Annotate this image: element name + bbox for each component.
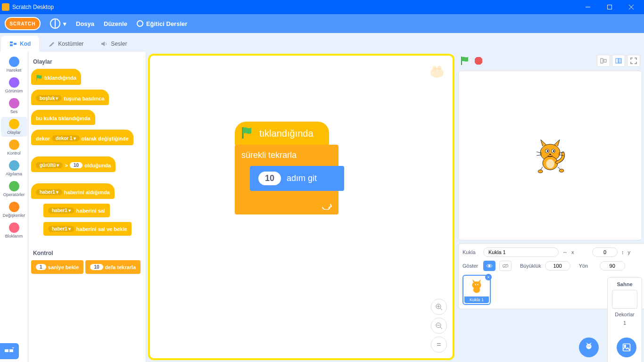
category-column: HareketGörünümSesOlaylarKontrolAlgılamaO… bbox=[0, 52, 28, 362]
script-stack[interactable]: tıklandığında sürekli tekrarla 10 adım g… bbox=[235, 122, 339, 214]
block-label: dekor bbox=[36, 136, 50, 141]
block-label: haberini aldığımda bbox=[64, 189, 110, 195]
code-icon bbox=[9, 40, 17, 48]
sprite-tile[interactable]: × Kukla 1 bbox=[462, 275, 491, 305]
extensions-button[interactable]: + bbox=[0, 343, 19, 359]
block-repeat[interactable]: 10 defa tekrarla bbox=[85, 260, 140, 274]
stage[interactable] bbox=[458, 71, 642, 240]
message-dropdown[interactable]: haber1 ▾ bbox=[48, 207, 74, 214]
language-menu[interactable]: ▾ bbox=[50, 18, 66, 29]
zoom-out-button[interactable] bbox=[431, 318, 447, 334]
svg-point-9 bbox=[438, 66, 442, 70]
loudness-dropdown[interactable]: gürültü ▾ bbox=[36, 162, 63, 168]
category-olaylar[interactable]: Olaylar bbox=[1, 117, 27, 137]
size-input[interactable] bbox=[545, 261, 570, 271]
script-forever[interactable]: sürekli tekrarla 10 adım git bbox=[235, 145, 339, 214]
svg-point-41 bbox=[477, 284, 478, 285]
block-label: haberini sal ve bekle bbox=[76, 226, 127, 232]
stop-button[interactable] bbox=[474, 57, 483, 65]
category-algılama[interactable]: Algılama bbox=[1, 158, 27, 178]
maximize-button[interactable] bbox=[599, 0, 620, 14]
tab-costumes[interactable]: Kostümler bbox=[39, 36, 92, 52]
backdrop-thumbnail[interactable] bbox=[612, 290, 637, 309]
file-menu[interactable]: Dosya bbox=[76, 20, 94, 27]
value-input[interactable]: 10 bbox=[90, 264, 103, 270]
category-dot-icon bbox=[9, 119, 19, 129]
category-dot-icon bbox=[9, 160, 19, 171]
code-workspace[interactable]: tıklandığında sürekli tekrarla 10 adım g… bbox=[148, 54, 454, 360]
tab-code[interactable]: Kod bbox=[1, 36, 39, 52]
block-when-backdrop-switches[interactable]: dekor dekor 1 ▾ olarak değiştiğinde bbox=[31, 130, 133, 145]
cat-sprite-icon[interactable] bbox=[531, 137, 569, 174]
category-kontrol[interactable]: Kontrol bbox=[1, 138, 27, 157]
svg-point-29 bbox=[549, 154, 552, 155]
svg-rect-4 bbox=[10, 41, 13, 43]
backdrop-dropdown[interactable]: dekor 1 ▾ bbox=[52, 135, 80, 141]
message-dropdown[interactable]: haber1 ▾ bbox=[48, 226, 74, 232]
category-bloklarım[interactable]: Bloklarım bbox=[1, 221, 27, 240]
block-when-loudness[interactable]: gürültü ▾ > 10 olduğunda bbox=[31, 156, 116, 172]
key-dropdown[interactable]: boşluk ▾ bbox=[36, 95, 62, 101]
block-when-key-pressed[interactable]: boşluk ▾ tuşuna basılınca bbox=[31, 90, 109, 105]
add-backdrop-button[interactable] bbox=[617, 337, 636, 357]
block-when-flag-clicked[interactable]: tıklandığında bbox=[31, 69, 81, 85]
stage-large-button[interactable] bbox=[612, 55, 625, 67]
block-label: bu kukla tıklandığında bbox=[36, 115, 91, 121]
category-değişkenler[interactable]: Değişkenler bbox=[1, 200, 27, 220]
close-button[interactable] bbox=[620, 0, 642, 14]
block-when-receive[interactable]: haber1 ▾ haberini aldığımda bbox=[31, 183, 115, 199]
block-palette[interactable]: Olaylar tıklandığında boşluk ▾ tuşuna ba… bbox=[28, 52, 146, 362]
value-input[interactable]: 1 bbox=[36, 264, 46, 270]
category-hareket[interactable]: Hareket bbox=[1, 55, 27, 74]
scratch-logo[interactable]: SCRATCH bbox=[5, 17, 41, 30]
category-dot-icon bbox=[9, 181, 19, 191]
x-input[interactable] bbox=[592, 247, 618, 257]
sprite-name-input[interactable] bbox=[483, 247, 559, 257]
block-broadcast-wait[interactable]: haber1 ▾ haberini sal ve bekle bbox=[43, 222, 132, 236]
category-dot-icon bbox=[9, 98, 19, 108]
stage-small-button[interactable] bbox=[597, 55, 610, 67]
block-label: olarak değiştiğinde bbox=[82, 136, 129, 141]
tutorials-button[interactable]: Eğitici Dersler bbox=[137, 20, 187, 27]
zoom-reset-button[interactable]: = bbox=[431, 337, 447, 353]
block-wait[interactable]: 1 saniye bekle bbox=[31, 260, 83, 274]
minimize-button[interactable] bbox=[577, 0, 599, 14]
svg-rect-6 bbox=[14, 43, 17, 45]
control-heading: Kontrol bbox=[33, 250, 143, 256]
show-label: Göster bbox=[462, 263, 479, 269]
block-label: saniye bekle bbox=[48, 264, 79, 270]
sprite-thumbnail-icon bbox=[427, 61, 447, 81]
block-label: tuşuna basılınca bbox=[64, 96, 104, 101]
block-when-sprite-clicked[interactable]: bu kukla tıklandığında bbox=[31, 110, 95, 125]
edit-menu[interactable]: Düzenle bbox=[104, 20, 127, 27]
tab-sounds-label: Sesler bbox=[111, 41, 127, 47]
events-heading: Olaylar bbox=[33, 58, 143, 65]
script-move-steps[interactable]: 10 adım git bbox=[250, 166, 344, 191]
green-flag-button[interactable] bbox=[460, 56, 470, 66]
svg-rect-5 bbox=[10, 44, 13, 46]
block-broadcast[interactable]: haber1 ▾ haberini sal bbox=[43, 204, 110, 217]
add-sprite-button[interactable] bbox=[579, 337, 599, 357]
editor-tabs: Kod Kostümler Sesler bbox=[0, 33, 644, 52]
fullscreen-button[interactable] bbox=[627, 55, 640, 67]
message-dropdown[interactable]: haber1 ▾ bbox=[36, 189, 62, 195]
window-title: Scratch Desktop bbox=[12, 4, 577, 10]
script-hat-flag[interactable]: tıklandığında bbox=[235, 122, 329, 146]
zoom-in-button[interactable] bbox=[431, 299, 447, 315]
delete-sprite-button[interactable]: × bbox=[485, 274, 492, 280]
direction-input[interactable] bbox=[600, 261, 625, 271]
category-operatörler[interactable]: Operatörler bbox=[1, 179, 27, 199]
value-input[interactable]: 10 bbox=[70, 162, 83, 168]
value-input[interactable]: 10 bbox=[258, 172, 281, 185]
block-label: olduğunda bbox=[84, 163, 111, 168]
backdrops-count: 1 bbox=[623, 320, 626, 326]
category-label: Değişkenler bbox=[3, 213, 25, 218]
svg-line-15 bbox=[440, 327, 442, 329]
category-ses[interactable]: Ses bbox=[1, 96, 27, 116]
block-label: tıklandığında bbox=[259, 128, 314, 139]
category-görünüm[interactable]: Görünüm bbox=[1, 75, 27, 95]
hide-button[interactable] bbox=[499, 261, 512, 271]
tab-sounds[interactable]: Sesler bbox=[92, 36, 135, 52]
sprite-name-label: Kukla bbox=[462, 249, 479, 255]
show-button[interactable] bbox=[483, 261, 495, 271]
